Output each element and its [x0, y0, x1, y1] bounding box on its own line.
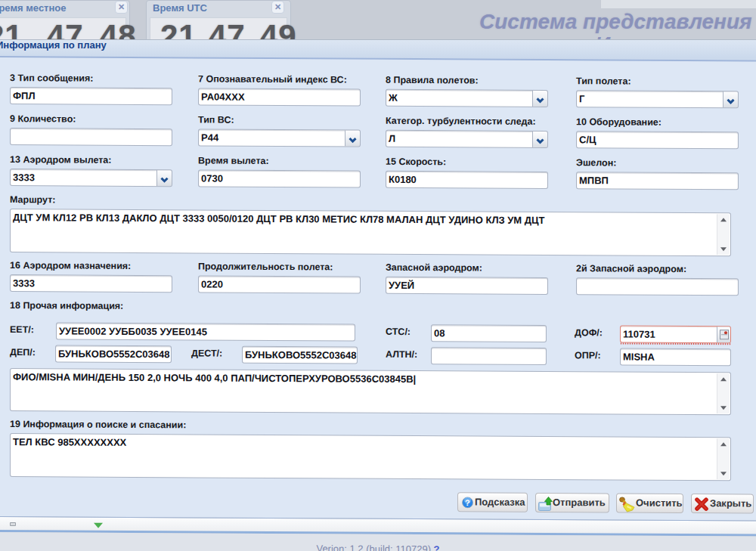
- svg-text:?: ?: [465, 498, 470, 507]
